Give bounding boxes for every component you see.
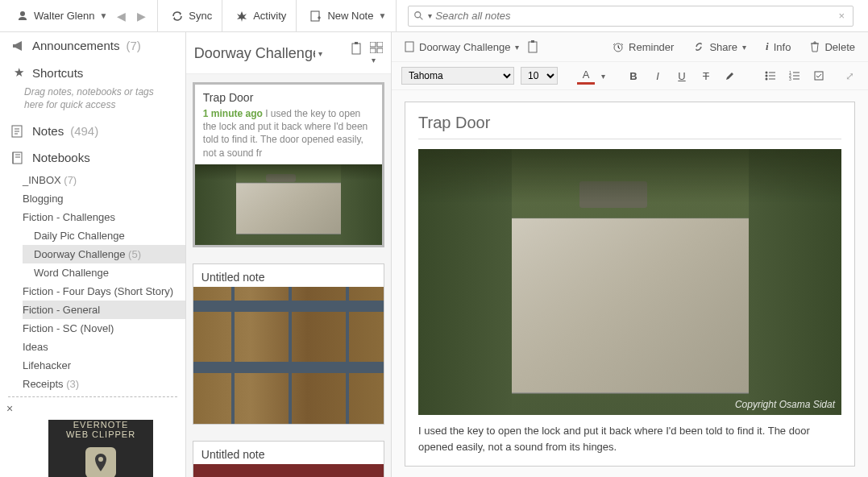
share-button[interactable]: Share ▾ — [693, 41, 746, 53]
sync-button[interactable]: Sync — [169, 6, 214, 26]
svg-rect-6 — [355, 42, 358, 44]
svg-point-1 — [415, 11, 421, 17]
svg-rect-8 — [377, 42, 383, 47]
notebook-item[interactable]: Ideas — [23, 338, 185, 356]
star-icon: ★ — [11, 65, 26, 80]
notebook-item[interactable]: Doorway Challenge (5) — [23, 245, 185, 263]
svg-rect-10 — [377, 48, 383, 53]
note-icon — [11, 125, 26, 138]
underline-button[interactable]: U — [673, 67, 691, 85]
svg-rect-0 — [311, 11, 319, 21]
notebook-item[interactable]: Receipts (3) — [23, 375, 185, 393]
editor-panel: Doorway Challenge ▾ Reminder Share ▾ i I… — [392, 32, 868, 477]
font-family-select[interactable]: Tahoma — [401, 67, 514, 85]
user-name: Walter Glenn — [34, 10, 94, 22]
notebook-item[interactable]: Fiction - SC (Novel) — [23, 319, 185, 338]
notebook-selector[interactable]: Doorway Challenge ▾ — [405, 41, 519, 53]
font-size-select[interactable]: 10 — [521, 67, 558, 85]
notebook-item[interactable]: Lifehacker — [23, 356, 185, 375]
close-promo-icon[interactable]: × — [0, 400, 185, 417]
announcements-section[interactable]: Announcements (7) — [0, 32, 185, 59]
svg-rect-21 — [815, 72, 823, 80]
svg-point-15 — [766, 72, 768, 74]
svg-rect-5 — [352, 44, 360, 54]
note-card-snippet: 1 minute ago I used the key to open the … — [195, 107, 382, 164]
notebook-item[interactable]: Fiction - Challenges — [23, 208, 185, 226]
note-card-title: Untitled note — [193, 442, 384, 464]
info-button[interactable]: i Info — [766, 40, 791, 53]
caret-down-icon: ▼ — [99, 11, 107, 20]
caret-down-icon: ▾ — [742, 43, 746, 52]
caret-down-icon: ▾ — [515, 43, 519, 52]
web-clipper-promo[interactable]: EVERNOTE WEB CLIPPER — [48, 420, 153, 477]
search-box[interactable]: ▾ × — [408, 6, 853, 27]
svg-text:3: 3 — [789, 77, 791, 81]
search-input[interactable] — [435, 10, 835, 22]
notes-section[interactable]: Notes (494) — [0, 118, 185, 144]
note-content[interactable]: Trap Door Copyright Osama Sidat I used t… — [405, 102, 855, 467]
notebook-item[interactable]: Fiction - Four Days (Short Story) — [23, 282, 185, 301]
notebook-item[interactable]: Daily Pic Challenge — [23, 226, 185, 245]
notelist-title[interactable]: Doorway Challenge ▾ — [194, 45, 322, 62]
back-arrow[interactable]: ◀ — [114, 10, 129, 23]
notebook-item[interactable]: _INBOX (7) — [23, 171, 185, 189]
svg-point-17 — [766, 78, 768, 81]
shortcuts-section[interactable]: ★ Shortcuts — [0, 59, 185, 86]
forward-arrow[interactable]: ▶ — [134, 10, 149, 23]
note-image[interactable]: Copyright Osama Sidat — [418, 149, 841, 415]
notebook-item[interactable]: Word Challenge — [23, 263, 185, 282]
reminder-button[interactable]: Reminder — [613, 41, 674, 53]
clear-search-icon[interactable]: × — [835, 10, 848, 22]
svg-rect-9 — [370, 48, 376, 53]
image-copyright: Copyright Osama Sidat — [735, 399, 835, 410]
note-card[interactable]: Trap Door 1 minute ago I used the key to… — [193, 82, 384, 247]
notebook-item[interactable]: Blogging — [23, 189, 185, 208]
new-note-button[interactable]: New Note ▼ — [308, 6, 388, 26]
bullet-list-button[interactable] — [762, 67, 779, 85]
note-card[interactable]: Untitled note — [193, 441, 384, 477]
note-card[interactable]: Untitled note — [193, 263, 384, 425]
svg-rect-12 — [529, 42, 537, 52]
svg-rect-7 — [370, 42, 376, 47]
caret-down-icon: ▾ — [318, 49, 322, 58]
user-menu[interactable]: Walter Glenn ▼ — [15, 6, 109, 26]
view-mode-icon[interactable]: ▾ — [370, 42, 383, 65]
search-icon — [413, 10, 425, 22]
note-card-title: Trap Door — [195, 85, 382, 107]
notebook-icon — [11, 151, 26, 164]
note-card-title: Untitled note — [193, 264, 384, 287]
svg-point-16 — [766, 75, 768, 77]
numbered-list-button[interactable]: 123 — [786, 67, 804, 85]
caret-down-icon[interactable]: ▾ — [601, 72, 605, 81]
italic-button[interactable]: I — [649, 67, 667, 85]
sidebar: Announcements (7) ★ Shortcuts Drag notes… — [0, 32, 186, 477]
svg-rect-13 — [531, 40, 534, 43]
caret-down-icon: ▼ — [378, 11, 386, 20]
info-icon: i — [766, 40, 769, 53]
notebook-item[interactable]: Fiction - General — [23, 301, 185, 319]
note-card-thumbnail — [193, 464, 384, 477]
strikethrough-button[interactable]: T — [697, 67, 715, 85]
clipboard-icon[interactable] — [351, 42, 362, 65]
activity-button[interactable]: Activity — [234, 6, 288, 26]
svg-rect-3 — [13, 152, 22, 164]
megaphone-icon — [11, 40, 26, 52]
caret-down-icon[interactable]: ▾ — [428, 11, 432, 20]
expand-toolbar-button[interactable]: ⤢ — [841, 67, 858, 85]
trash-icon — [810, 41, 820, 52]
svg-rect-11 — [405, 42, 413, 52]
note-card-thumbnail — [195, 164, 382, 245]
clipboard-icon[interactable] — [527, 40, 538, 53]
notebooks-section[interactable]: Notebooks — [0, 144, 185, 171]
note-body-text[interactable]: I used the key to open the lock and put … — [418, 423, 841, 454]
highlight-button[interactable] — [721, 67, 739, 85]
shortcuts-hint: Drag notes, notebooks or tags here for q… — [0, 86, 185, 118]
bold-button[interactable]: B — [625, 67, 642, 85]
note-card-thumbnail — [193, 287, 384, 424]
font-color-button[interactable]: A — [577, 67, 595, 85]
note-title[interactable]: Trap Door — [418, 114, 841, 139]
checkbox-button[interactable] — [810, 67, 828, 85]
delete-button[interactable]: Delete — [810, 41, 855, 53]
note-list-panel: Doorway Challenge ▾ ▾ Trap Door 1 minute… — [186, 32, 392, 477]
